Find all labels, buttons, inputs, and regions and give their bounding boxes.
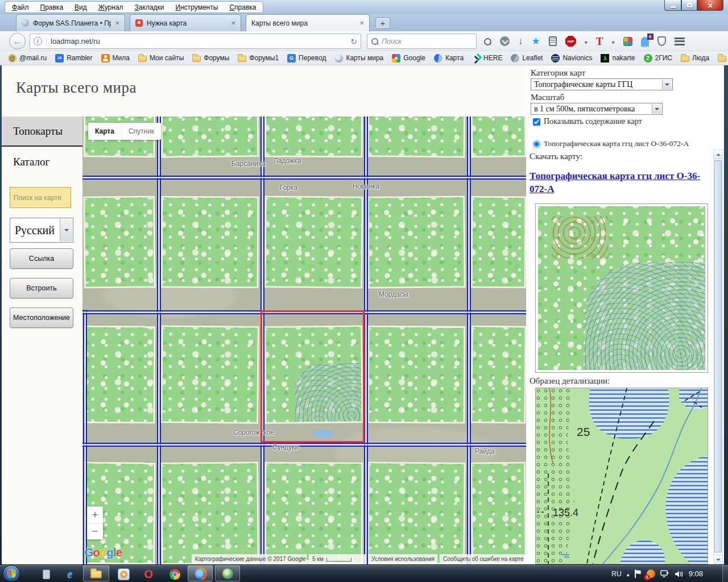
report-error-link[interactable]: Сообщить об ошибке на карте [440,554,526,564]
show-desktop-button[interactable] [722,565,728,582]
hidden-icons-arrow-icon[interactable] [627,570,630,578]
language-indicator[interactable]: RU [611,570,621,578]
map-search-input[interactable] [10,187,71,208]
map-type-map-button[interactable]: Карта [88,123,121,140]
bookmark-dom[interactable]: Дом [718,54,728,63]
menu-tools[interactable]: Инструменты [176,3,218,11]
tab-close-icon[interactable] [359,19,364,27]
bookmarks-menu-icon[interactable] [549,36,557,46]
shield-icon[interactable] [657,36,666,46]
bookmark-forumy1[interactable]: Форумы1 [238,54,279,63]
bookmark-here[interactable]: HERE [472,54,502,63]
map-type-satellite-button[interactable]: Спутник [121,123,161,140]
start-button[interactable] [3,565,20,582]
action-center-flag-icon[interactable] [635,569,642,578]
bookmark-mila[interactable]: Мила [101,54,130,63]
minimize-button[interactable] [664,0,681,11]
tab-karty-vsego-mira-active[interactable]: Карты всего мира [246,14,370,31]
search-input[interactable] [382,38,461,45]
menu-help[interactable]: Справка [229,3,256,11]
language-select[interactable]: Русский [10,218,73,243]
taskbar-firefox-active[interactable] [188,566,213,581]
taskbar-sas-planet-open[interactable] [215,566,240,581]
bookmark-leaflet[interactable]: Leaflet [511,54,543,63]
selected-sheet-outline[interactable] [260,310,365,443]
bookmark-forumy[interactable]: Форумы [192,54,229,63]
map-tile[interactable] [84,326,156,424]
adblock-icon[interactable]: ABP [565,36,576,47]
map-tile[interactable] [367,117,466,158]
show-content-checkbox[interactable] [533,118,540,126]
map-tile[interactable] [83,196,156,288]
volume-icon[interactable] [675,570,684,578]
map-tile[interactable] [161,196,259,289]
sidebar-tab-catalog[interactable]: Каталог [2,148,82,176]
map-tile[interactable] [160,325,259,423]
taskbar-media-player[interactable] [116,567,131,581]
adblock-caret-icon[interactable] [585,36,588,47]
zoom-out-button[interactable]: − [87,523,103,539]
tab-nuzhna-karta[interactable]: Нужна карта [130,14,241,31]
scrollbar-thumb[interactable] [714,160,722,552]
bookmark-navionics[interactable]: Navionics [551,54,592,63]
location-button[interactable]: Местоположение [10,307,73,328]
menu-bookmarks[interactable]: Закладки [135,3,164,11]
zoom-in-button[interactable]: + [87,506,103,523]
bookmark-moi-saity[interactable]: Мои сайты [138,54,184,63]
taskbar-calculator[interactable] [39,567,53,581]
embed-button[interactable]: Встроить [10,278,73,298]
clock[interactable]: 9:08 [689,569,703,578]
bookmark-2gis[interactable]: 2ГИС [644,54,672,63]
map-canvas[interactable]: Барсаниха Ладожка Горка Новинка Мордасы … [82,117,526,564]
bookmark-google[interactable]: Google [392,54,425,63]
bookmark-star-icon[interactable] [532,35,540,47]
bookmark-mailru[interactable]: @mail.ru [8,54,47,63]
site-info-icon[interactable] [34,37,42,45]
hamburger-menu-icon[interactable] [675,38,685,45]
map-tile[interactable] [161,117,259,158]
menu-edit[interactable]: Правка [40,3,64,11]
tab-close-icon[interactable] [231,19,235,27]
downloads-icon[interactable] [518,36,523,47]
taskbar-internet-explorer[interactable] [63,567,77,581]
search-glass-icon[interactable] [483,38,491,45]
bookmark-rambler[interactable]: Rambler [55,54,92,63]
t-extension-caret-icon[interactable] [611,36,614,47]
taskbar-opera[interactable] [141,567,156,581]
map-tile[interactable] [367,326,466,424]
map-tile[interactable] [264,117,363,157]
url-text[interactable]: loadmap.net/ru [51,37,346,45]
taskbar-explorer-open[interactable] [83,566,109,581]
tab-forum-sas-planeta[interactable]: Форум SAS.Планета • Прос [16,14,125,31]
sidebar-tab-topomaps[interactable]: Топокарты [2,117,82,147]
t-extension-icon[interactable]: T [596,35,603,48]
extension-icon[interactable] [623,37,632,46]
network-icon[interactable] [660,570,669,578]
map-tile[interactable] [264,462,363,564]
map-tile[interactable] [471,196,526,288]
pocket-icon[interactable] [500,36,510,46]
bookmark-lyuda[interactable]: Люда [681,54,709,63]
map-tile[interactable] [160,462,259,564]
menu-view[interactable]: Вид [75,3,87,11]
search-bar[interactable] [367,34,477,49]
scroll-down-icon[interactable] [714,555,722,564]
bookmark-karta[interactable]: Карта [434,54,464,63]
scale-select[interactable]: в 1 см 500м, пятисотметровка [531,103,663,115]
terms-link[interactable]: Условия использования [368,554,437,564]
bookmark-nakarte[interactable]: nakarte [601,54,635,63]
map-tile[interactable] [470,326,526,424]
map-tile[interactable] [470,462,526,564]
map-tile[interactable] [367,196,466,289]
scroll-up-icon[interactable] [714,150,722,159]
bookmark-perevod[interactable]: Перевод [287,54,326,63]
panel-scrollbar[interactable] [713,149,723,564]
menu-history[interactable]: Журнал [98,3,123,11]
close-button[interactable] [697,0,723,11]
tab-close-icon[interactable] [115,19,119,27]
link-button[interactable]: Ссылка [10,248,73,269]
restore-button[interactable] [681,0,697,11]
ghostery-icon[interactable]: 0 [641,37,649,46]
new-tab-button[interactable]: + [375,17,390,29]
url-bar[interactable]: loadmap.net/ru [30,34,361,49]
